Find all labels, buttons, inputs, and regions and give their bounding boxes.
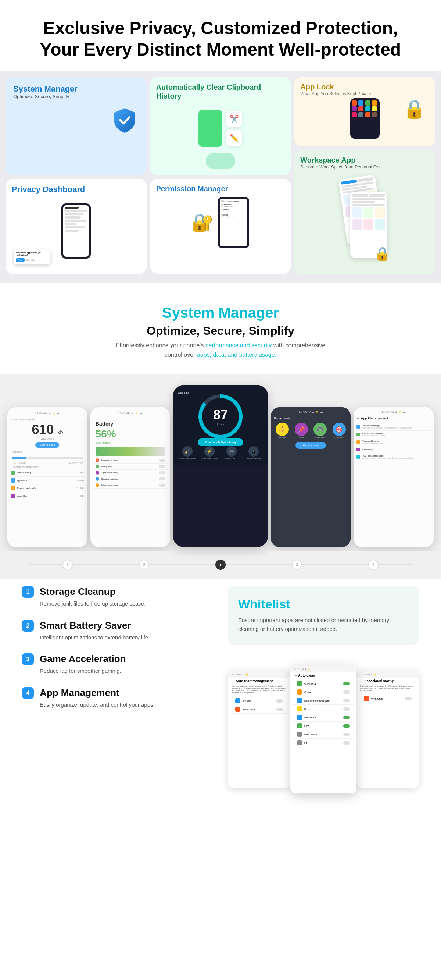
battery-pct-toggle[interactable] [159,484,165,487]
associated-arrow: › [430,441,431,444]
system-manager-card: System Manager Optimize, Secure, Simplif… [6,77,147,175]
game-mode-item-label: Game mode [315,437,325,439]
desc-highlight1: performance and security [205,342,272,348]
autoclean-migration: Data Migration Assistant [293,696,354,705]
score-screen: 7:56 PM 87 Score One-touch Optimizing 🧹 … [173,385,268,465]
app-icon: 📱 [248,446,259,457]
fit-toggle[interactable] [343,741,350,745]
charging-protection-toggle[interactable] [159,477,165,480]
permission-phone-mock: Permission manager Body sensors 0/1 apps… [218,197,249,248]
easyshare-toggle[interactable] [343,716,350,719]
wps-toggle[interactable] [276,708,283,711]
desc-start: Effortlessly enhance your phone's [116,342,205,348]
feature-badge-3: 3 [22,653,34,665]
autoclean-fit: Fit [293,739,354,747]
score-bottom-icons: 🧹 Free up more space ⚡ Smart Power Savin… [178,446,263,460]
safe-to-clean-button[interactable]: Safe to clean [35,442,59,448]
battery-bar [95,447,165,456]
autoclean-text: Auto cleanup [362,449,428,451]
storage-item-apps: Apps data 7.5 MB [10,477,84,484]
autostart-items: v2dayNG WPS Office [228,697,290,714]
appmanage-autoclean: Auto cleanup › [357,446,431,453]
chrome-toggle[interactable] [343,690,350,694]
kid-mode-icon: 👶 [276,423,289,436]
game-label: Game Speedup [225,457,238,460]
feature-text-4: App Management Easily organize, update, … [40,687,155,709]
storage-item-video: Video Cleanup 0 B [10,469,84,477]
score-inner: 87 Score [202,398,239,435]
score-icon-game: 🎮 Game Speedup [222,446,241,460]
allow-button[interactable]: Allow [16,258,25,262]
finddevice-toggle[interactable] [343,733,350,736]
migration-toggle[interactable] [343,699,350,702]
battery-percent: 56% [95,428,165,440]
applock-subtitle: What App You Select is Kept Private [300,91,429,96]
game-modes-grid: 👶 Kid mode 📌 Pin sets 🎮 Game mode 🎯 Focu… [274,423,348,439]
optimize-button[interactable]: One-touch Optimizing [198,439,243,446]
features-list: 1 Storage Cleanup Remove junk files to f… [22,586,220,803]
drive-toggle[interactable] [343,707,350,711]
score-number: 87 [213,407,228,423]
clean-ram-button[interactable]: Clean up ram [295,442,325,449]
easyshare-label: EasyShare [304,716,341,719]
workspace-card: Workspace App Separate Work Space from P… [294,150,435,274]
autoclean-phone-header: 2:12 PM ▲ ⚡ [290,665,357,672]
game-mode-title: Game mode [274,417,348,420]
app-icon-4 [372,100,377,106]
storage-rarely-label: 1 rarely used app(s) [17,487,74,489]
features-section: 1 Storage Cleanup Remove junk files to f… [0,579,441,825]
office-toggle[interactable] [405,697,412,700]
game-status-bar: 11:43 AM ▲ ⚡ ☁ [274,410,348,414]
clipboard-title: Automatically Clear Clipboard History [156,83,285,100]
autostart-phone: 2:12 PM ▲ ⚡ ← Auto Start Management You … [228,670,290,788]
associated-text: Associated Startup0 apps have been allow… [362,440,428,444]
workspace-subtitle: Separate Work Space from Personal One [300,164,429,170]
app-icon-5 [352,106,357,111]
battery-saver-toggle[interactable] [159,465,165,468]
autoclean-arrow: › [430,449,431,451]
storage-apps-size: 7.5 MB [77,479,84,482]
focus-mode-label: Focus mode [335,437,345,439]
app-icon-1 [352,100,357,106]
feature-title-3: Game Acceleration [40,653,126,665]
chrome-label: Chrome [304,691,341,694]
autostart-arrow: › [430,433,431,436]
super-saver-toggle[interactable] [159,471,165,474]
progress-dot-active: ● [182,560,259,570]
autoclean-drive: Drive [293,705,354,713]
power-label: Smart Power Saving [201,457,218,460]
associated-screen-title: ← Associated Startup [357,678,419,685]
files-toggle[interactable] [343,724,350,728]
section-heading: System Manager [22,305,419,321]
game-icon: 🎮 [226,446,237,457]
autoclean-easyshare: EasyShare [293,713,354,722]
autostart-phone-header: 2:12 PM ▲ ⚡ [228,670,290,678]
system-manager-subtitle: Optimize, Secure, Simplify [13,94,139,99]
app-icon-2 [358,100,363,106]
applock-phone-visual [350,98,380,139]
associated-office: WPS Office [360,695,415,703]
dot-4: 4 [368,560,379,570]
capacity-label: Capacity [10,450,84,454]
workspace-lock-icon: 🔒 [374,246,391,262]
score-time: 7:56 PM [178,391,189,395]
total-label: Total 256.0 GB [68,462,83,464]
storage-size: 610 kb [10,422,84,438]
perf-mode-toggle[interactable] [159,459,165,462]
perm-manager-arrow: › [430,426,431,428]
appmanage-status-bar: 11:43 AM ▲ ⚡ ☁ [357,410,431,414]
battery-phone: 11:43 AM ▲ ⚡ ☁ Battery 56% fast charging… [90,407,171,547]
section-subheading: Optimize, Secure, Simplify [22,324,419,338]
finddevice-label: Find Device [304,733,341,736]
v2day-toggle[interactable] [276,699,283,703]
score-icon-app: 📱 App Management [244,446,263,460]
autoclean-child: Child mode [293,679,354,688]
whitelist-section: Whitelist Ensure important apps are not … [220,586,419,803]
storage-view-details: View details [10,438,84,440]
app-icon-8 [372,106,377,111]
drive-label: Drive [304,708,341,710]
autostart-text: Auto Start Management0 apps have been al… [362,432,428,437]
clipboard-icons: ✂️ ✏️ [226,111,242,146]
child-toggle[interactable] [343,682,350,685]
whitelist-description: Ensure important apps are not closed or … [238,616,409,633]
